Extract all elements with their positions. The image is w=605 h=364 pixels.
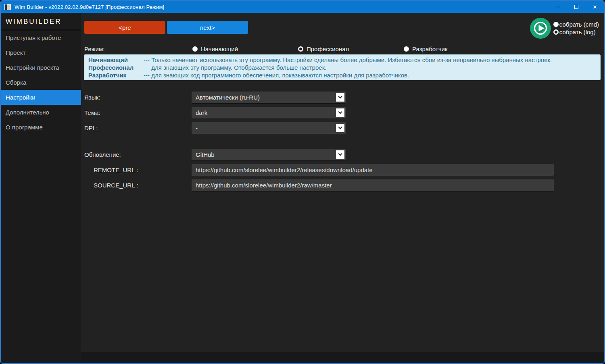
help-term: Начинающий [88,56,144,64]
run-options: собрать (cmd) собрать (log) [553,21,599,36]
help-desc: --- для знающих эту программу. Отображае… [144,64,326,71]
settings-form: Язык: Автоматически (ru-RU) Тема: dark D… [84,92,554,195]
sidebar-item-label: Настройки [6,94,35,101]
radio-icon [553,22,559,27]
next-button[interactable]: next> [167,21,248,34]
run-option-log[interactable]: собрать (log) [553,28,599,36]
run-option-label: собрать (cmd) [559,21,599,28]
sidebar-item-label: Сборка [6,79,26,86]
radio-icon [298,46,303,52]
radio-icon [404,46,409,52]
sidebar-item-about[interactable]: О программе [1,120,81,135]
nav-buttons: <pre next> [84,21,248,34]
chevron-down-icon [336,124,344,132]
mode-row: Режим: Начинающий Профессионал Разработч… [84,45,601,52]
dpi-row: DPI : - [84,122,554,134]
language-select-value: Автоматически (ru-RU) [196,94,260,101]
dpi-label: DPI : [84,125,192,131]
sidebar-item-getting-started[interactable]: Приступая к работе [1,30,81,45]
maximize-button[interactable] [567,1,586,13]
titlebar: Wim Builder - v2022.02.02.9d0e7127 [Проф… [1,1,604,13]
main-content: <pre next> собрать (cmd) [81,13,604,363]
mode-option-label: Начинающий [201,46,238,52]
language-row: Язык: Автоматически (ru-RU) [84,92,554,103]
help-row-professional: Профессионал --- для знающих эту програм… [88,64,596,71]
mode-option-label: Профессионал [307,46,349,52]
remote-url-input[interactable] [192,164,554,176]
sidebar-item-label: Настройки проекта [6,64,59,71]
app-brand: WIMBUILDER [1,13,81,30]
mode-label: Режим: [84,46,192,52]
radio-icon [553,29,559,35]
update-select[interactable]: GitHub [192,149,346,160]
prev-button[interactable]: <pre [84,21,165,34]
help-desc: --- Только начинает использовать эту про… [144,56,552,64]
help-row-developer: Разработчик --- для знающих код программ… [88,71,596,79]
footer-strip [81,352,604,363]
chevron-down-icon [336,150,344,159]
theme-label: Тема: [84,109,192,116]
source-url-input[interactable] [192,179,554,191]
maximize-icon [574,5,578,9]
remote-url-label: REMOTE_URL : [84,166,192,173]
chevron-down-icon [336,93,344,102]
update-row: Обновление: GitHub [84,149,554,160]
mode-option-label: Разработчик [412,46,447,52]
help-term: Разработчик [88,71,144,79]
sidebar-item-label: Приступая к работе [6,34,61,41]
close-icon: ✕ [593,4,597,10]
run-play-button[interactable] [530,17,551,39]
source-url-row: SOURCE_URL : [84,179,554,191]
help-term: Профессионал [88,64,144,71]
run-option-label: собрать (log) [559,29,596,35]
window-title: Wim Builder - v2022.02.02.9d0e7127 [Проф… [15,4,549,10]
run-cluster: собрать (cmd) собрать (log) [530,17,599,39]
sidebar-item-settings[interactable]: Настройки [1,90,81,105]
sidebar-item-advanced[interactable]: Дополнительно [1,105,81,120]
app-icon [4,4,11,10]
remote-url-row: REMOTE_URL : [84,164,554,176]
sidebar-item-project[interactable]: Проект [1,45,81,60]
sidebar-item-project-settings[interactable]: Настройки проекта [1,60,81,75]
update-select-value: GitHub [196,151,215,158]
source-url-label: SOURCE_URL : [84,182,192,189]
chevron-down-icon [336,108,344,117]
language-select[interactable]: Автоматически (ru-RU) [192,92,346,103]
sidebar: WIMBUILDER Приступая к работе Проект Нас… [1,13,81,363]
sidebar-item-build[interactable]: Сборка [1,75,81,90]
update-label: Обновление: [84,151,192,158]
app-icon-right [7,4,10,10]
help-row-beginner: Начинающий --- Только начинает использов… [88,56,596,64]
mode-help-box: Начинающий --- Только начинает использов… [84,54,601,80]
app-window: Wim Builder - v2022.02.02.9d0e7127 [Проф… [0,0,605,364]
radio-icon [192,46,198,52]
mode-option-developer[interactable]: Разработчик [404,46,509,52]
run-option-cmd[interactable]: собрать (cmd) [553,21,599,28]
minimize-button[interactable] [549,1,567,13]
theme-row: Тема: dark [84,107,554,119]
dpi-select-value: - [196,125,198,131]
minimize-icon [556,7,560,7]
mode-option-beginner[interactable]: Начинающий [192,46,298,52]
sidebar-item-label: Проект [6,49,25,56]
sidebar-item-label: О программе [6,124,43,131]
theme-select-value: dark [196,109,207,116]
dpi-select[interactable]: - [192,122,346,134]
mode-option-professional[interactable]: Профессионал [298,46,404,52]
help-desc: --- для знающих код программного обеспеч… [144,71,409,79]
sidebar-item-label: Дополнительно [6,109,49,116]
theme-select[interactable]: dark [192,107,346,119]
close-button[interactable]: ✕ [586,1,604,13]
language-label: Язык: [84,94,192,101]
